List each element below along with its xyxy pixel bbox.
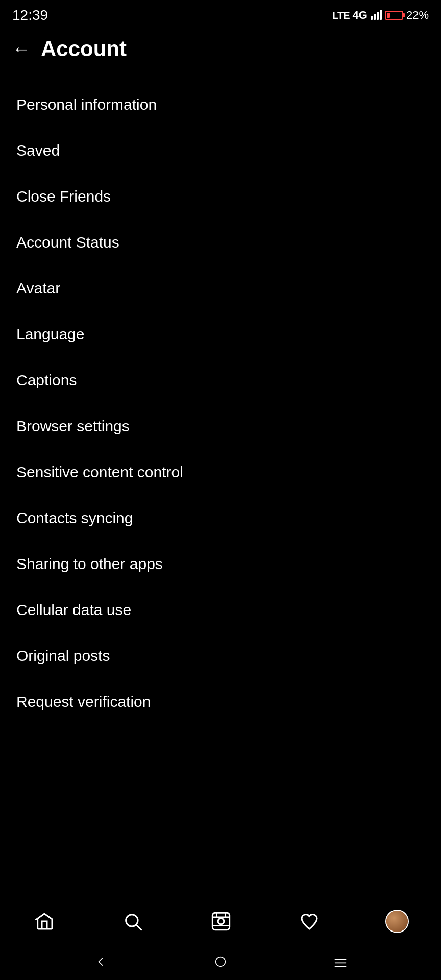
system-navigation-bar bbox=[0, 943, 441, 980]
network-type: 4G bbox=[353, 9, 368, 22]
svg-point-3 bbox=[218, 918, 224, 924]
menu-item-avatar[interactable]: Avatar bbox=[0, 265, 441, 311]
lte-icon: LTE bbox=[332, 10, 349, 21]
page-title: Account bbox=[41, 37, 127, 61]
menu-item-original-posts[interactable]: Original posts bbox=[0, 633, 441, 679]
menu-item-sensitive-content-control[interactable]: Sensitive content control bbox=[0, 449, 441, 495]
menu-list: Personal informationSavedClose FriendsAc… bbox=[0, 74, 441, 733]
svg-line-1 bbox=[136, 925, 141, 930]
menu-item-browser-settings[interactable]: Browser settings bbox=[0, 403, 441, 449]
status-time: 12:39 bbox=[12, 7, 48, 23]
status-icons: LTE 4G 22% bbox=[332, 9, 429, 22]
reels-icon bbox=[209, 909, 233, 934]
menu-item-request-verification[interactable]: Request verification bbox=[0, 679, 441, 725]
signal-bars-icon bbox=[371, 11, 382, 20]
search-icon bbox=[120, 909, 145, 934]
back-system-button[interactable] bbox=[87, 948, 114, 975]
heart-icon bbox=[297, 909, 322, 934]
menu-item-account-status[interactable]: Account Status bbox=[0, 219, 441, 265]
menu-item-close-friends[interactable]: Close Friends bbox=[0, 174, 441, 219]
svg-rect-2 bbox=[212, 913, 229, 929]
menu-item-sharing-to-other-apps[interactable]: Sharing to other apps bbox=[0, 541, 441, 587]
bottom-navigation bbox=[0, 897, 441, 980]
svg-point-8 bbox=[216, 957, 226, 967]
menu-item-cellular-data-use[interactable]: Cellular data use bbox=[0, 587, 441, 633]
profile-avatar bbox=[385, 910, 409, 933]
menu-item-saved[interactable]: Saved bbox=[0, 128, 441, 174]
menu-item-contacts-syncing[interactable]: Contacts syncing bbox=[0, 495, 441, 541]
recents-system-button[interactable] bbox=[327, 948, 354, 975]
status-bar: 12:39 LTE 4G 22% bbox=[0, 0, 441, 29]
nav-tab-activity[interactable] bbox=[289, 905, 330, 938]
menu-item-captions[interactable]: Captions bbox=[0, 357, 441, 403]
nav-tab-search[interactable] bbox=[112, 905, 153, 938]
back-button[interactable]: ← bbox=[12, 40, 31, 58]
battery-percent: 22% bbox=[406, 9, 429, 22]
nav-tabs bbox=[0, 897, 441, 943]
menu-item-language[interactable]: Language bbox=[0, 311, 441, 357]
battery-icon bbox=[385, 11, 403, 20]
nav-tab-profile[interactable] bbox=[377, 905, 417, 937]
header: ← Account bbox=[0, 29, 441, 74]
menu-item-personal-information[interactable]: Personal information bbox=[0, 82, 441, 128]
home-system-button[interactable] bbox=[207, 948, 234, 975]
battery-indicator bbox=[385, 11, 403, 20]
nav-tab-reels[interactable] bbox=[201, 905, 241, 938]
home-icon bbox=[32, 909, 57, 934]
nav-tab-home[interactable] bbox=[24, 905, 65, 938]
